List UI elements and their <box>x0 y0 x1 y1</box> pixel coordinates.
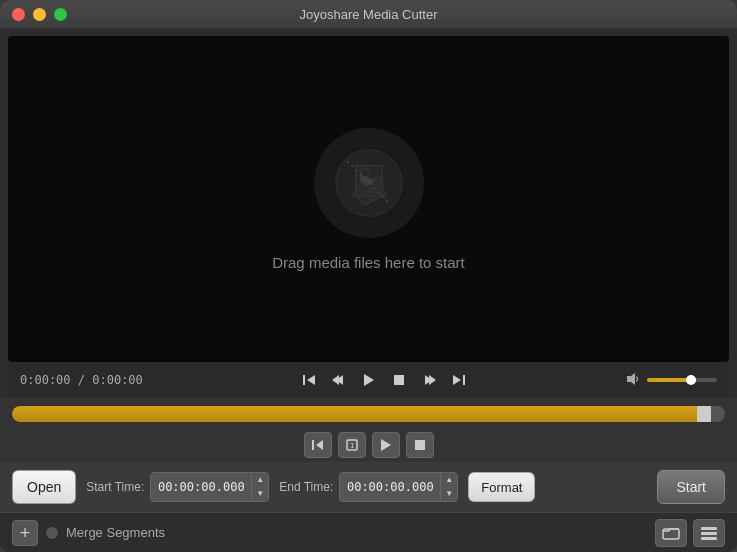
play-segment-button[interactable] <box>372 432 400 458</box>
svg-marker-7 <box>364 374 374 386</box>
timeline-handle[interactable] <box>697 406 711 422</box>
svg-rect-3 <box>303 375 305 385</box>
start-time-spinners: ▲ ▼ <box>251 473 268 501</box>
start-time-input[interactable] <box>151 480 251 494</box>
merge-label: Merge Segments <box>66 525 647 540</box>
end-time-up[interactable]: ▲ <box>441 473 457 487</box>
format-button[interactable]: Format <box>468 472 535 502</box>
svg-marker-4 <box>307 375 315 385</box>
svg-marker-11 <box>453 375 461 385</box>
end-time-group: End Time: ▲ ▼ <box>279 472 458 502</box>
start-time-down[interactable]: ▼ <box>252 487 268 501</box>
prev-segment-button[interactable] <box>304 432 332 458</box>
time-display: 0:00:00 / 0:00:00 <box>20 373 143 387</box>
svg-marker-15 <box>316 440 323 450</box>
svg-rect-8 <box>394 375 404 385</box>
media-placeholder-icon <box>314 128 424 238</box>
start-time-group: Start Time: ▲ ▼ <box>86 472 269 502</box>
folder-view-button[interactable] <box>655 519 687 547</box>
start-time-up[interactable]: ▲ <box>252 473 268 487</box>
start-time-label: Start Time: <box>86 480 144 494</box>
volume-slider[interactable] <box>647 378 717 382</box>
volume-area <box>625 371 717 390</box>
volume-icon <box>625 371 641 390</box>
end-time-label: End Time: <box>279 480 333 494</box>
skip-back-button[interactable] <box>296 367 322 393</box>
close-button[interactable] <box>12 8 25 21</box>
volume-thumb <box>686 375 696 385</box>
reset-segment-button[interactable]: 1 <box>338 432 366 458</box>
next-frame-button[interactable] <box>416 367 442 393</box>
drag-hint-text: Drag media files here to start <box>272 254 465 271</box>
timeline-fill <box>12 406 711 422</box>
end-time-input[interactable] <box>340 480 440 494</box>
svg-marker-6 <box>332 375 339 385</box>
video-preview-area: Drag media files here to start <box>8 36 729 362</box>
status-bar: + Merge Segments <box>0 512 737 552</box>
bottom-controls: Open Start Time: ▲ ▼ End Time: ▲ ▼ Form <box>0 462 737 512</box>
film-icon <box>334 148 404 218</box>
svg-rect-22 <box>701 532 717 535</box>
add-segment-button[interactable]: + <box>12 520 38 546</box>
timeline-area <box>0 398 737 426</box>
open-button[interactable]: Open <box>12 470 76 504</box>
window-title: Joyoshare Media Cutter <box>299 7 437 22</box>
status-icons <box>655 519 725 547</box>
svg-rect-23 <box>701 537 717 540</box>
merge-indicator <box>46 527 58 539</box>
title-bar: Joyoshare Media Cutter <box>0 0 737 28</box>
window-controls <box>12 8 67 21</box>
start-time-input-wrapper: ▲ ▼ <box>150 472 269 502</box>
skip-forward-button[interactable] <box>446 367 472 393</box>
maximize-button[interactable] <box>54 8 67 21</box>
start-button[interactable]: Start <box>657 470 725 504</box>
svg-marker-13 <box>627 373 635 385</box>
svg-text:1: 1 <box>349 442 353 450</box>
svg-rect-12 <box>463 375 465 385</box>
timeline-track[interactable] <box>12 406 725 422</box>
transport-controls <box>296 367 472 393</box>
svg-marker-18 <box>381 439 391 451</box>
end-time-spinners: ▲ ▼ <box>440 473 457 501</box>
svg-rect-14 <box>312 440 314 450</box>
svg-rect-21 <box>701 527 717 530</box>
transport-bar: 0:00:00 / 0:00:00 <box>8 362 729 398</box>
stop-button[interactable] <box>386 367 412 393</box>
svg-rect-19 <box>415 440 425 450</box>
main-window: Joyoshare Media Cutter Drag media files … <box>0 0 737 552</box>
play-button[interactable] <box>356 367 382 393</box>
end-time-down[interactable]: ▼ <box>441 487 457 501</box>
cut-button[interactable] <box>406 432 434 458</box>
minimize-button[interactable] <box>33 8 46 21</box>
svg-marker-10 <box>429 375 436 385</box>
list-view-button[interactable] <box>693 519 725 547</box>
clip-controls: 1 <box>0 426 737 462</box>
end-time-input-wrapper: ▲ ▼ <box>339 472 458 502</box>
prev-frame-button[interactable] <box>326 367 352 393</box>
